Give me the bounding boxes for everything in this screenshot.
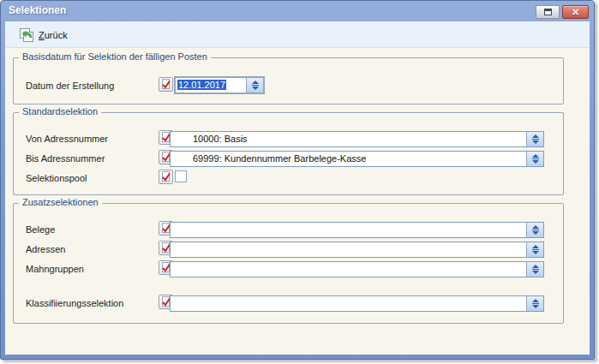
- field-spinner[interactable]: [526, 296, 543, 311]
- label-datum-der-erstellung: Datum der Erstellung: [26, 81, 114, 91]
- spinner-down-icon: [252, 87, 259, 90]
- close-icon: ✕: [572, 8, 579, 17]
- adressen-field[interactable]: [170, 242, 544, 258]
- back-button[interactable]: Zurück: [15, 25, 72, 45]
- spinner-divider: [532, 139, 539, 140]
- group-zusatzselektionen-legend: Zusatzselektionen: [19, 197, 102, 207]
- label-mahngruppen: Mahngruppen: [26, 264, 84, 274]
- field-spinner[interactable]: [526, 223, 543, 237]
- back-icon: [19, 27, 34, 43]
- field-spinner[interactable]: [526, 152, 543, 166]
- selektionspool-checkbox[interactable]: [175, 170, 187, 182]
- red-checkmark-icon: [160, 79, 171, 90]
- group-standardselektion: Standardselektion Von Adressnummer 10000…: [13, 112, 564, 195]
- spinner-up-icon: [532, 154, 539, 158]
- selection-toggle-button[interactable]: [159, 170, 173, 184]
- spinner-down-icon: [532, 305, 539, 308]
- date-value: 12.01.2017: [176, 78, 246, 92]
- label-von-adressnummer: Von Adressnummer: [26, 134, 108, 144]
- bis-adressnummer-field[interactable]: 69999: Kundennummer Barbelege-Kasse: [170, 151, 544, 167]
- restore-icon: [544, 9, 552, 15]
- mahngruppen-value: [171, 262, 526, 277]
- label-bis-adressnummer: Bis Adressnummer: [26, 153, 105, 164]
- label-klassifiierungsselektion: Klassifiierungsselektion: [26, 298, 123, 308]
- spinner-divider: [532, 303, 539, 304]
- belege-field[interactable]: [170, 222, 544, 238]
- toolbar: Zurück: [5, 21, 590, 48]
- group-basisdatum-legend: Basisdatum für Selektion der fälligen Po…: [19, 51, 211, 62]
- spinner-divider: [532, 269, 539, 270]
- von-adressnummer-value: 10000: Basis: [171, 132, 526, 146]
- close-window-button[interactable]: ✕: [562, 5, 589, 19]
- spinner-up-icon: [532, 245, 539, 248]
- spinner-up-icon: [532, 225, 539, 229]
- field-spinner[interactable]: [526, 242, 543, 257]
- group-zusatzselektionen: Zusatzselektionen Belege Adressen: [13, 203, 564, 324]
- label-belege: Belege: [26, 224, 55, 235]
- spinner-up-icon: [532, 265, 539, 268]
- label-selektionspool: Selektionspool: [26, 173, 87, 183]
- spinner-up-icon: [532, 299, 539, 302]
- group-basisdatum: Basisdatum für Selektion der fälligen Po…: [13, 57, 564, 104]
- red-checkmark-icon: [160, 171, 171, 182]
- spinner-divider: [532, 249, 539, 250]
- spinner-up-icon: [252, 81, 259, 84]
- restore-window-button[interactable]: [536, 5, 560, 19]
- spinner-down-icon: [532, 271, 539, 274]
- label-adressen: Adressen: [26, 244, 65, 254]
- spinner-divider: [252, 85, 259, 86]
- mahngruppen-field[interactable]: [170, 261, 544, 277]
- belege-value: [171, 223, 526, 237]
- spinner-divider: [532, 230, 539, 230]
- date-spinner[interactable]: [246, 78, 263, 92]
- window-title: Selektionen: [9, 4, 66, 16]
- klassifiierungsselektion-value: [171, 296, 526, 311]
- titlebar[interactable]: Selektionen ✕: [1, 1, 594, 21]
- spinner-down-icon: [532, 140, 539, 144]
- spinner-down-icon: [532, 160, 539, 164]
- von-adressnummer-field[interactable]: 10000: Basis: [170, 131, 544, 147]
- field-spinner[interactable]: [526, 262, 543, 277]
- spinner-up-icon: [532, 134, 539, 138]
- dialog-client-area: Zurück Basisdatum für Selektion der fäll…: [5, 21, 590, 355]
- selection-toggle-button[interactable]: [159, 77, 173, 92]
- spinner-divider: [532, 158, 539, 159]
- back-button-label: Zurück: [39, 30, 68, 40]
- dialog-window: Selektionen ✕ Zurück Basis: [0, 0, 595, 360]
- klassifiierungsselektion-field[interactable]: [170, 295, 544, 312]
- group-standardselektion-legend: Standardselektion: [19, 106, 101, 116]
- window-controls: ✕: [536, 5, 589, 19]
- bis-adressnummer-value: 69999: Kundennummer Barbelege-Kasse: [171, 152, 526, 166]
- date-input[interactable]: 12.01.2017: [174, 76, 265, 94]
- spinner-down-icon: [532, 251, 539, 254]
- field-spinner[interactable]: [526, 132, 543, 146]
- spinner-down-icon: [532, 231, 539, 235]
- adressen-value: [171, 242, 526, 257]
